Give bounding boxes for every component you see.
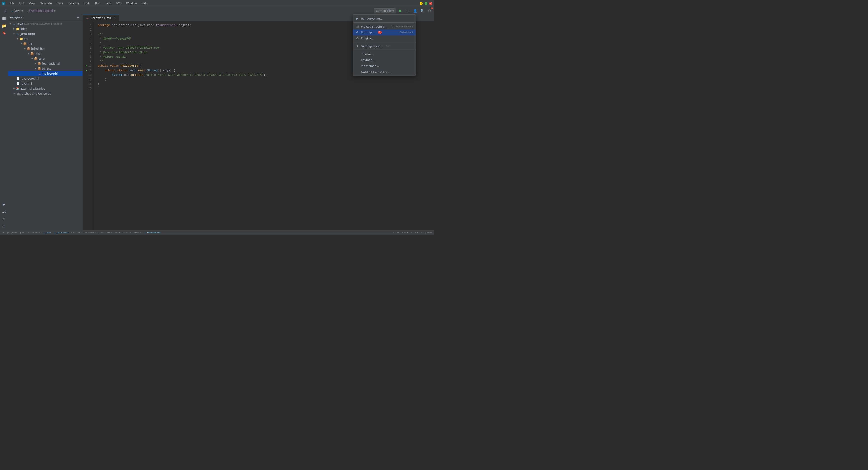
project-selector[interactable]: ☕ java ▼ bbox=[9, 8, 24, 13]
terminal-icon[interactable]: ⊞ bbox=[1, 223, 7, 229]
dropdown-run-anything[interactable]: ▶ Run Anything... bbox=[353, 16, 416, 22]
settings-button[interactable]: ⚙ 2 bbox=[427, 8, 432, 13]
menu-view[interactable]: View bbox=[27, 1, 37, 5]
line-num-11: ▶11 bbox=[83, 68, 94, 73]
line-num-12: 12 bbox=[83, 73, 94, 77]
tree-item-object[interactable]: ▼ 📦 object bbox=[8, 66, 83, 71]
java-iml-icon: 📄 bbox=[16, 82, 20, 85]
tree-item-java-root[interactable]: ▼ ☕ java D:\projects\java\ittimeline\jav… bbox=[8, 21, 83, 26]
tree-item-src[interactable]: ▼ 📁 src bbox=[8, 36, 83, 41]
scratches-label: Scratches and Consoles bbox=[17, 92, 51, 95]
dropdown-keymap[interactable]: Keymap... bbox=[353, 57, 416, 63]
dropdown-view-mode[interactable]: View Mode... bbox=[353, 63, 416, 69]
maximize-button[interactable]: □ bbox=[425, 2, 428, 5]
breadcrumb-ittimeline2[interactable]: ittimeline bbox=[84, 231, 96, 234]
breadcrumb-projects[interactable]: projects bbox=[7, 231, 18, 234]
tab-close-button[interactable]: ✕ bbox=[113, 17, 116, 20]
keymap-icon bbox=[355, 58, 359, 62]
dropdown-switch-classic[interactable]: Switch to Classic UI... bbox=[353, 69, 416, 75]
search-button[interactable]: 🔍 bbox=[420, 8, 425, 13]
sidebar-toggle-icon[interactable] bbox=[1, 16, 7, 22]
breadcrumb-helloworld[interactable]: ☕ HelloWorld bbox=[144, 231, 160, 234]
bookmarks-icon[interactable]: 🔖 bbox=[1, 30, 7, 36]
nav-project-icon[interactable]: ≡ bbox=[2, 8, 8, 14]
menu-navigate[interactable]: Navigate bbox=[38, 1, 54, 5]
breadcrumb-java-pkg[interactable]: ☕ java bbox=[43, 231, 51, 234]
project-name: java bbox=[14, 9, 21, 12]
tree-item-java-pkg[interactable]: ▼ 📦 java bbox=[8, 51, 83, 56]
status-position[interactable]: 10:26 bbox=[393, 231, 400, 234]
tree-item-scratches[interactable]: ≡ Scratches and Consoles bbox=[8, 91, 83, 96]
tree-item-java-iml[interactable]: 📄 java.iml bbox=[8, 81, 83, 86]
dropdown-plugins[interactable]: ⬡ Plugins... bbox=[353, 35, 416, 41]
run-gutter-11[interactable]: ▶ bbox=[86, 68, 88, 73]
close-button[interactable]: ✕ bbox=[429, 2, 432, 5]
notifications-button[interactable]: 👤 bbox=[412, 8, 418, 13]
dropdown-theme[interactable]: Theme... bbox=[353, 51, 416, 57]
breadcrumb-java-root[interactable]: java bbox=[20, 231, 25, 234]
sidebar-gear-icon[interactable]: ⚙ bbox=[75, 15, 81, 20]
run-configuration-selector[interactable]: Current File ▼ bbox=[374, 8, 396, 13]
plugins-icon: ⬡ bbox=[355, 36, 359, 40]
menu-help[interactable]: Help bbox=[140, 1, 149, 5]
vcs-selector[interactable]: ⎇ Version control ▼ bbox=[26, 8, 57, 13]
run-debug-icon[interactable]: ▶ bbox=[1, 201, 7, 207]
notifications-icon[interactable]: 👤 bbox=[412, 8, 418, 13]
statusbar: D: › projects › java › ittimeline › ☕ ja… bbox=[0, 230, 434, 235]
menu-code[interactable]: Code bbox=[55, 1, 65, 5]
problems-icon[interactable]: ⚠ bbox=[1, 215, 7, 222]
tab-helloworld[interactable]: ☕ HelloWorld.java ✕ bbox=[83, 15, 119, 21]
run-button[interactable]: ▶ bbox=[398, 8, 403, 13]
minimize-button[interactable]: – bbox=[420, 2, 423, 5]
run-config-chevron-icon: ▼ bbox=[393, 10, 394, 12]
status-line-separator[interactable]: CRLF bbox=[402, 231, 409, 234]
breadcrumb-core[interactable]: core bbox=[107, 231, 112, 234]
tree-item-external-libraries[interactable]: ▶ 📚 External Libraries bbox=[8, 86, 83, 91]
breadcrumb-src[interactable]: src bbox=[71, 231, 74, 234]
tree-item-net[interactable]: ▼ 📦 net bbox=[8, 41, 83, 46]
menu-refactor[interactable]: Refactor bbox=[66, 1, 81, 5]
java-core-icon: ☕ bbox=[16, 32, 20, 35]
status-indent[interactable]: 4 spaces bbox=[421, 231, 432, 234]
menu-edit[interactable]: Edit bbox=[17, 1, 26, 5]
dropdown-settings-sync[interactable]: ↕ Settings Sync... Off bbox=[353, 43, 416, 49]
project-view-icon[interactable]: 📁 bbox=[1, 23, 7, 29]
status-encoding[interactable]: UTF-8 bbox=[411, 231, 418, 234]
breadcrumb-net[interactable]: net bbox=[78, 231, 82, 234]
src-folder-icon: 📁 bbox=[20, 37, 23, 40]
more-actions-button[interactable]: ⋯ bbox=[405, 8, 410, 13]
project-structure-shortcut: Ctrl+Alt+Shift+S bbox=[392, 25, 413, 28]
svg-rect-4 bbox=[2, 20, 6, 20]
foundational-package-icon: 📦 bbox=[37, 62, 41, 65]
menu-run[interactable]: Run bbox=[93, 1, 102, 5]
tree-item-helloworld[interactable]: ☕ HelloWorld bbox=[8, 71, 83, 76]
breadcrumb-d[interactable]: D: bbox=[2, 231, 4, 234]
menu-window[interactable]: Window bbox=[124, 1, 138, 5]
tree-item-foundational[interactable]: ▼ 📦 foundational bbox=[8, 61, 83, 66]
vcs-chevron-icon: ▼ bbox=[54, 10, 56, 12]
menu-file[interactable]: File bbox=[8, 1, 16, 5]
tree-item-ittimeline[interactable]: ▼ 📦 ittimeline bbox=[8, 46, 83, 51]
menu-tools[interactable]: Tools bbox=[103, 1, 114, 5]
git-icon[interactable]: ⎇ bbox=[1, 208, 7, 215]
titlebar: IJ File Edit View Navigate Code Refactor… bbox=[0, 0, 434, 7]
settings-sync-toggle: Off bbox=[385, 45, 389, 48]
breadcrumb-java-core[interactable]: ☕ java-core bbox=[54, 231, 68, 234]
tree-item-idea[interactable]: ▶ 📁 .idea bbox=[8, 26, 83, 31]
settings-dropdown: ▶ Run Anything... ◫ Project Structure...… bbox=[352, 14, 416, 76]
menu-build[interactable]: Build bbox=[82, 1, 92, 5]
dropdown-settings[interactable]: ⚙ Settings... 2 Ctrl+Alt+S bbox=[353, 29, 416, 35]
tree-item-java-core-iml[interactable]: 📄 java-core.iml bbox=[8, 76, 83, 81]
run-gutter-10[interactable]: ▶ bbox=[86, 64, 88, 68]
breadcrumb-foundational[interactable]: foundational bbox=[115, 231, 131, 234]
tree-item-core[interactable]: ▼ 📦 core bbox=[8, 56, 83, 61]
breadcrumb-java2[interactable]: java bbox=[99, 231, 104, 234]
breadcrumb-ittimeline[interactable]: ittimeline bbox=[28, 231, 40, 234]
chevron-java-pkg: ▼ bbox=[27, 52, 30, 55]
activity-bar: 📁 🔖 ▶ ⎇ ⚠ ⊞ bbox=[0, 14, 8, 230]
menu-vcs[interactable]: VCS bbox=[114, 1, 123, 5]
breadcrumb-object[interactable]: object bbox=[133, 231, 141, 234]
dropdown-project-structure[interactable]: ◫ Project Structure... Ctrl+Alt+Shift+S bbox=[353, 24, 416, 29]
tree-item-java-core[interactable]: ▼ ☕ java-core bbox=[8, 31, 83, 36]
chevron-external-libs: ▶ bbox=[13, 87, 16, 90]
